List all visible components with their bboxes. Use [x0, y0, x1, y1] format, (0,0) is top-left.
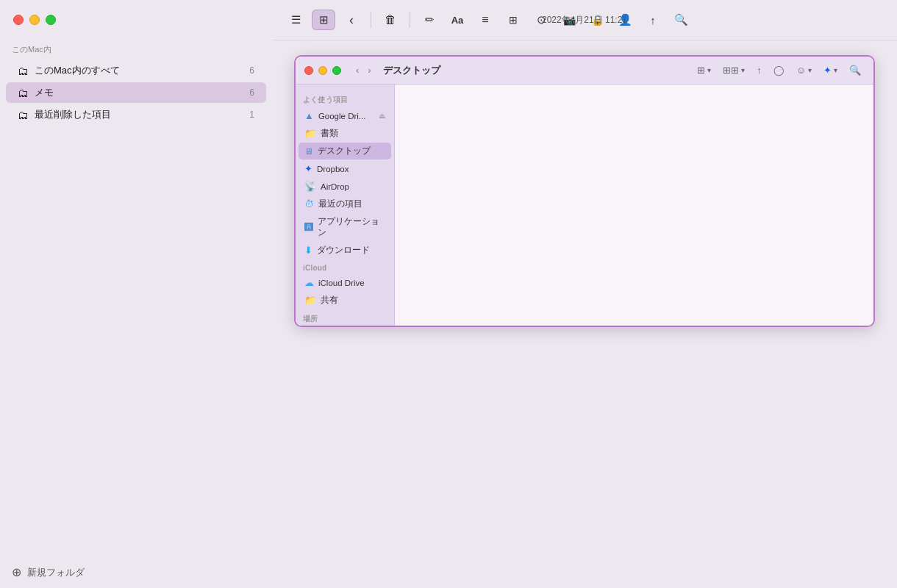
item-count: 1: [249, 110, 254, 120]
finder-item-label: デスクトップ: [318, 146, 371, 157]
finder-item-label: Dropbox: [317, 165, 349, 173]
folder-icon: 🗂: [18, 65, 29, 77]
back-icon: ‹: [349, 12, 354, 28]
grid-view-button[interactable]: ⊞: [312, 10, 335, 30]
finder-sidebar-gdrive[interactable]: ▲ Google Dri... ⏏: [299, 107, 391, 124]
sidebar-item-label: このMac内のすべて: [35, 64, 120, 77]
finder-search-button[interactable]: 🔍: [846, 63, 865, 77]
font-button[interactable]: Aa: [446, 10, 469, 30]
finder-content-area: [395, 85, 873, 326]
finder-window: ‹ › デスクトップ ⊞ ▾ ⊞⊞ ▾ ↑: [294, 55, 875, 327]
close-button[interactable]: [13, 15, 24, 25]
new-folder-label: 新規フォルダ: [27, 566, 85, 579]
top-toolbar: ☰ ⊞ ‹ 🗑 ✏ Aa ≡ ⊞ ⊙ 📷 🔒: [272, 0, 897, 40]
finder-title: デスクトップ: [383, 64, 440, 77]
finder-chevron-icon: ▾: [707, 66, 711, 74]
item-count: 6: [249, 87, 254, 98]
finder-sort-button[interactable]: ⊞⊞ ▾: [719, 63, 748, 77]
finder-minimize-button[interactable]: [318, 66, 327, 75]
grid-icon: ⊞: [319, 13, 329, 26]
desktop-icon: 🖥: [304, 146, 313, 157]
item-count: 6: [249, 65, 254, 76]
finder-maximize-button[interactable]: [332, 66, 341, 75]
finder-view-button[interactable]: ⊞ ▾: [693, 63, 715, 77]
sidebar-item-all-mac[interactable]: 🗂 このMac内のすべて 6: [6, 60, 266, 81]
finder-forward-button[interactable]: ›: [365, 63, 374, 77]
finder-tag-icon: ◯: [773, 65, 785, 76]
finder-collab-chevron-icon: ▾: [808, 66, 812, 74]
plus-icon: ⊕: [12, 565, 21, 579]
gdrive-icon: ▲: [304, 110, 314, 121]
finder-sort-icon: ⊞⊞: [723, 65, 739, 76]
export-icon: ↑: [650, 14, 656, 26]
finder-sidebar-dropbox[interactable]: ✦ Dropbox: [299, 160, 391, 177]
sidebar-item-label: 最近削除した項目: [35, 108, 111, 121]
finder-share-button[interactable]: ↑: [753, 63, 765, 77]
finder-traffic-lights: [304, 66, 341, 75]
finder-share-icon: ↑: [757, 65, 762, 76]
datetime-label: 2022年4月21日 11:21: [542, 14, 627, 26]
edit-icon: ✏: [425, 13, 435, 26]
sort-button[interactable]: ≡: [473, 10, 497, 30]
icloud-icon: ☁: [304, 277, 314, 288]
sidebar-section-label: このMac内: [0, 44, 272, 60]
finder-item-label: AirDrop: [321, 182, 349, 191]
finder-sidebar: よく使う項目 ▲ Google Dri... ⏏ 📁 書類 🖥 デスクトップ: [296, 85, 395, 326]
sidebar-item-memo[interactable]: 🗂 メモ 6: [6, 82, 266, 103]
finder-sidebar-section-icloud: iCloud: [296, 259, 394, 273]
finder-dropbox-chevron-icon: ▾: [834, 66, 837, 74]
finder-sidebar-section-places: 場所: [296, 309, 394, 326]
minimize-button[interactable]: [29, 15, 40, 25]
finder-sidebar-desktop[interactable]: 🖥 デスクトップ: [299, 143, 391, 159]
airdrop-icon: 📡: [304, 181, 316, 192]
search-icon: 🔍: [674, 13, 688, 26]
downloads-icon: ⬇: [304, 245, 312, 256]
sidebar-item-label: メモ: [35, 86, 54, 99]
finder-collab-button[interactable]: ☺ ▾: [793, 63, 815, 77]
delete-button[interactable]: 🗑: [379, 10, 402, 30]
maximize-button[interactable]: [46, 15, 56, 25]
finder-sidebar-apps[interactable]: 🅰 アプリケーション: [299, 213, 391, 241]
finder-item-label: Google Dri...: [318, 112, 366, 121]
finder-grid-icon: ⊞: [697, 65, 705, 76]
sidebar-item-recently-deleted[interactable]: 🗂 最近削除した項目 1: [6, 104, 266, 125]
finder-item-label: ダウンロード: [317, 245, 370, 256]
finder-sidebar-documents[interactable]: 📁 書類: [299, 125, 391, 142]
main-content: ‹ › デスクトップ ⊞ ▾ ⊞⊞ ▾ ↑: [272, 40, 897, 588]
finder-sidebar-shared[interactable]: 📁 共有: [299, 292, 391, 309]
finder-sidebar-section-favorites: よく使う項目: [296, 90, 394, 107]
dropbox-icon: ✦: [304, 163, 312, 174]
finder-tag-button[interactable]: ◯: [770, 63, 788, 77]
new-folder-button[interactable]: ⊕ 新規フォルダ: [0, 556, 272, 588]
eject-icon[interactable]: ⏏: [379, 112, 385, 120]
finder-item-label: アプリケーション: [318, 216, 385, 238]
finder-search-icon: 🔍: [849, 65, 861, 76]
finder-dropbox-btn[interactable]: ✦ ▾: [820, 63, 841, 77]
edit-button[interactable]: ✏: [418, 10, 441, 30]
folder-icon: 🗂: [18, 109, 29, 121]
finder-item-label: iCloud Drive: [318, 279, 365, 287]
finder-close-button[interactable]: [304, 66, 313, 75]
recents-icon: ⏱: [304, 198, 314, 209]
finder-sidebar-downloads[interactable]: ⬇ ダウンロード: [299, 242, 391, 259]
finder-back-button[interactable]: ‹: [353, 63, 362, 77]
search-button[interactable]: 🔍: [669, 10, 693, 30]
notes-sidebar: このMac内 🗂 このMac内のすべて 6 🗂 メモ 6 🗂 最近削除した項目 …: [0, 0, 272, 588]
list-icon: ☰: [291, 13, 301, 26]
finder-sidebar-airdrop[interactable]: 📡 AirDrop: [299, 178, 391, 195]
finder-sidebar-recents[interactable]: ⏱ 最近の項目: [299, 196, 391, 212]
list-view-button[interactable]: ☰: [284, 10, 307, 30]
export-button[interactable]: ↑: [641, 10, 665, 30]
shared-icon: 📁: [304, 295, 316, 306]
finder-sort-chevron-icon: ▾: [741, 66, 745, 74]
traffic-lights: [13, 15, 56, 25]
finder-collab-icon: ☺: [796, 65, 806, 76]
sort-icon: ≡: [482, 13, 488, 26]
finder-item-label: 書類: [321, 128, 338, 139]
back-button[interactable]: ‹: [340, 10, 363, 30]
finder-item-label: 共有: [321, 295, 338, 306]
finder-titlebar: ‹ › デスクトップ ⊞ ▾ ⊞⊞ ▾ ↑: [296, 57, 873, 85]
finder-sidebar-icloud-drive[interactable]: ☁ iCloud Drive: [299, 274, 391, 291]
table-icon: ⊞: [509, 14, 518, 26]
table-button[interactable]: ⊞: [501, 10, 525, 30]
